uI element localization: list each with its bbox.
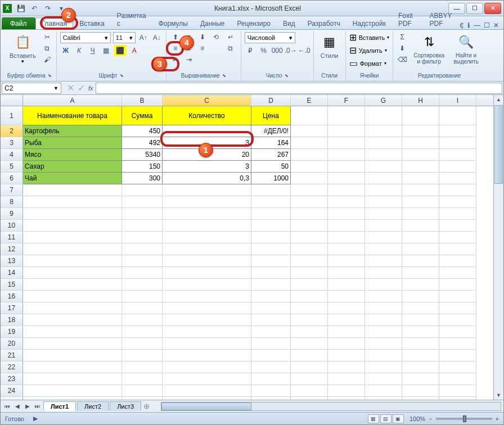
cell[interactable] xyxy=(291,149,328,161)
cell[interactable] xyxy=(328,338,365,350)
tab-layout[interactable]: Разметка с xyxy=(111,10,152,29)
cell[interactable] xyxy=(402,326,439,338)
cell[interactable]: 300 xyxy=(122,173,163,184)
doc-close-icon[interactable]: ✕ xyxy=(493,21,499,29)
cell[interactable] xyxy=(291,302,328,314)
tab-developer[interactable]: Разработч xyxy=(302,17,346,29)
cell[interactable] xyxy=(439,125,476,137)
row-header[interactable]: 16 xyxy=(1,291,23,302)
cell[interactable] xyxy=(251,291,291,302)
row-header[interactable]: 12 xyxy=(1,243,23,255)
cell[interactable]: Сахар xyxy=(23,161,122,173)
row-header[interactable]: 3 xyxy=(1,137,23,149)
last-sheet-button[interactable]: ⏭ xyxy=(33,402,42,411)
prev-sheet-button[interactable]: ◀ xyxy=(13,402,22,411)
cell[interactable] xyxy=(251,397,291,400)
cell[interactable] xyxy=(163,314,251,326)
cell[interactable] xyxy=(251,279,291,291)
cell[interactable] xyxy=(291,184,328,196)
cell[interactable] xyxy=(291,161,328,173)
cell[interactable] xyxy=(163,291,251,302)
cell[interactable] xyxy=(365,232,402,243)
cell[interactable] xyxy=(291,255,328,267)
cell[interactable] xyxy=(402,279,439,291)
cell[interactable] xyxy=(291,208,328,220)
font-name-combo[interactable]: Calibri▾ xyxy=(60,32,111,43)
cell[interactable] xyxy=(402,173,439,184)
cell[interactable] xyxy=(291,338,328,350)
row-header[interactable]: 5 xyxy=(1,161,23,173)
cell[interactable] xyxy=(439,220,476,232)
cell[interactable] xyxy=(402,196,439,208)
italic-button[interactable]: К xyxy=(74,45,85,56)
cell[interactable] xyxy=(365,314,402,326)
cell[interactable] xyxy=(402,232,439,243)
cell[interactable]: Количество xyxy=(163,106,251,125)
cell[interactable] xyxy=(328,385,365,397)
cell[interactable] xyxy=(439,314,476,326)
col-header-H[interactable]: H xyxy=(402,95,439,106)
zoom-slider[interactable] xyxy=(436,418,492,420)
cell[interactable] xyxy=(23,326,122,338)
cell[interactable] xyxy=(328,361,365,373)
cell[interactable] xyxy=(439,397,476,400)
cell[interactable] xyxy=(439,255,476,267)
cell[interactable] xyxy=(365,243,402,255)
cell[interactable] xyxy=(402,161,439,173)
cell[interactable] xyxy=(163,255,251,267)
cell[interactable] xyxy=(291,173,328,184)
cell[interactable] xyxy=(365,125,402,137)
wrap-text-button[interactable]: ↵ xyxy=(224,32,237,42)
format-cells-button[interactable]: ▭Формат▾ xyxy=(349,58,390,69)
row-header[interactable]: 11 xyxy=(1,232,23,243)
cell[interactable] xyxy=(122,279,163,291)
row-header[interactable]: 25 xyxy=(1,397,23,400)
decrease-indent-button[interactable]: ⇤ xyxy=(170,55,181,65)
undo-button[interactable]: ↶ xyxy=(29,3,40,14)
doc-minimize-icon[interactable]: — xyxy=(474,21,480,29)
cell[interactable] xyxy=(328,125,365,137)
cell[interactable]: 50 xyxy=(251,161,291,173)
cell[interactable]: Цена xyxy=(251,106,291,125)
cell[interactable] xyxy=(291,267,328,279)
cell[interactable] xyxy=(291,350,328,361)
cell[interactable] xyxy=(439,291,476,302)
macro-icon[interactable]: ▶ xyxy=(33,415,38,422)
cell[interactable] xyxy=(122,397,163,400)
col-header-A[interactable]: A xyxy=(23,95,122,106)
cell[interactable] xyxy=(365,361,402,373)
cell[interactable] xyxy=(328,350,365,361)
zoom-out-button[interactable]: − xyxy=(429,415,432,422)
increase-font-button[interactable]: A↑ xyxy=(138,32,149,43)
border-button[interactable]: ▦ xyxy=(101,45,112,56)
cell[interactable] xyxy=(328,137,365,149)
normal-view-button[interactable]: ▦ xyxy=(368,414,379,423)
cell[interactable] xyxy=(23,267,122,279)
cell[interactable] xyxy=(328,255,365,267)
merge-button[interactable]: ⧉ xyxy=(224,43,237,53)
tab-abbyy[interactable]: ABBYY PDF xyxy=(424,10,460,29)
cell[interactable] xyxy=(402,184,439,196)
cell[interactable] xyxy=(328,373,365,385)
cell[interactable] xyxy=(163,350,251,361)
cell[interactable] xyxy=(439,161,476,173)
cell[interactable] xyxy=(291,232,328,243)
cell[interactable] xyxy=(365,208,402,220)
row-header[interactable]: 7 xyxy=(1,184,23,196)
cell[interactable] xyxy=(439,184,476,196)
cell[interactable] xyxy=(23,385,122,397)
cell[interactable] xyxy=(23,302,122,314)
cell[interactable] xyxy=(23,208,122,220)
cell[interactable] xyxy=(291,137,328,149)
fill-button[interactable]: ⬇ xyxy=(397,43,408,53)
fill-color-button[interactable]: ⬛ xyxy=(114,45,127,56)
cell[interactable] xyxy=(122,291,163,302)
cell[interactable]: #ДЕЛ/0! xyxy=(251,125,291,137)
cell[interactable] xyxy=(291,243,328,255)
cell[interactable] xyxy=(439,361,476,373)
cell[interactable] xyxy=(163,397,251,400)
name-box[interactable]: C2▼ xyxy=(2,83,61,94)
cell[interactable] xyxy=(365,302,402,314)
cell[interactable] xyxy=(163,196,251,208)
cell[interactable] xyxy=(328,267,365,279)
